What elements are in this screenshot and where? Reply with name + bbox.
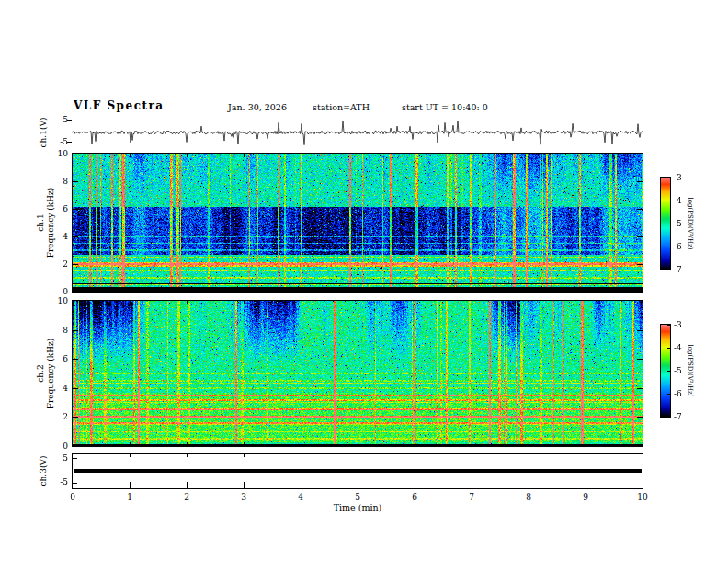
x-tick-mark (244, 154, 245, 157)
ch1-waveform-plot (72, 116, 643, 149)
x-tick-mark (187, 288, 188, 292)
y-tick-label: 5 (46, 454, 68, 463)
figure-title: VLF Spectra (74, 99, 165, 112)
x-tick-mark (472, 442, 472, 446)
x-axis-tick-mark (415, 454, 415, 457)
x-tick-mark (301, 442, 301, 446)
figure-date: Jan. 30, 2026 (228, 102, 287, 112)
x-tick-mark (529, 288, 529, 292)
x-axis-tick-mark (130, 482, 131, 488)
colorbar-tick-label: -4 (674, 196, 682, 205)
x-tick-label: 3 (234, 492, 253, 501)
x-axis-tick-mark (244, 454, 245, 457)
x-axis-tick-mark (529, 482, 529, 488)
colorbar-tick-mark (667, 371, 670, 372)
x-tick-mark (244, 288, 245, 292)
y-tick-mark (637, 264, 643, 265)
colorbar-tick-mark (667, 224, 670, 224)
y-tick-label: 10 (46, 149, 68, 158)
colorbar-tick-label: -7 (674, 412, 682, 421)
x-axis-tick-mark (586, 482, 586, 488)
y-tick-label: 2 (46, 259, 68, 269)
x-axis-tick-mark (358, 454, 358, 457)
colorbar-tick-mark (667, 394, 670, 395)
colorbar-tick-label: -7 (674, 265, 682, 274)
x-tick-mark (529, 154, 529, 157)
colorbar-tick-mark (667, 325, 670, 326)
y-tick-label: -5 (46, 137, 68, 146)
x-tick-mark (472, 154, 472, 157)
y-tick-label: 0 (46, 287, 68, 296)
x-tick-mark (130, 154, 131, 157)
colorbar-ch2-label: log(PSD)(V²/Hz) (687, 345, 694, 397)
y-tick-mark (73, 236, 78, 237)
ch3-flatline (74, 469, 642, 473)
x-axis-tick-mark (358, 482, 358, 488)
colorbar-tick-label: -5 (674, 219, 682, 228)
y-tick-mark (73, 264, 78, 265)
x-tick-mark (301, 301, 301, 304)
x-axis-tick-mark (187, 482, 188, 488)
x-tick-label: 6 (405, 492, 424, 501)
figure-station: station=ATH (313, 102, 370, 112)
colorbar-tick-mark (667, 348, 670, 349)
y-tick-mark (73, 359, 78, 360)
colorbar-tick-mark (667, 201, 670, 201)
y-tick-mark (73, 483, 77, 484)
x-tick-label: 10 (633, 492, 652, 501)
y-tick-label: 6 (46, 354, 68, 363)
x-tick-mark (358, 301, 358, 304)
x-axis-tick-mark (529, 454, 529, 457)
x-axis-tick-mark (130, 454, 131, 457)
x-axis-tick-mark (244, 482, 245, 488)
x-tick-mark (472, 301, 472, 304)
ch1-spectrogram-panel (72, 153, 643, 293)
figure-start-ut: start UT = 10:40: 0 (402, 102, 488, 112)
time-axis-label: Time (min) (334, 502, 382, 512)
ch1-frequency-axis-label: ch.1 Frequency (kHz) (36, 188, 56, 259)
x-tick-mark (586, 154, 586, 157)
x-axis-tick-mark (472, 454, 472, 457)
x-tick-mark (130, 288, 131, 292)
x-tick-mark (415, 301, 415, 304)
colorbar-tick-mark (667, 417, 670, 418)
x-tick-mark (301, 154, 301, 157)
y-tick-mark (637, 359, 643, 360)
x-axis-tick-mark (472, 482, 472, 488)
y-tick-label: 5 (46, 115, 68, 124)
x-tick-mark (586, 288, 586, 292)
y-tick-mark (73, 181, 78, 182)
x-tick-label: 4 (291, 492, 310, 501)
y-tick-mark (637, 209, 643, 210)
colorbar-tick-label: -6 (674, 242, 682, 251)
x-tick-mark (301, 288, 301, 292)
x-tick-mark (529, 301, 529, 304)
ch1-waveform-panel (72, 116, 643, 149)
x-tick-mark (529, 442, 529, 446)
ch1-frequency-axis-label-line1: ch.1 (36, 188, 46, 259)
x-tick-mark (358, 442, 358, 446)
ch2-spectrogram (73, 301, 643, 446)
x-tick-label: 9 (576, 492, 595, 501)
colorbar-tick-mark (667, 270, 670, 270)
colorbar-tick-mark (667, 178, 670, 178)
y-tick-label: 2 (46, 412, 68, 421)
y-tick-mark (637, 181, 643, 182)
x-tick-mark (358, 154, 358, 157)
x-axis-tick-mark (301, 454, 301, 457)
x-tick-mark (187, 301, 188, 304)
y-tick-label: 6 (46, 204, 68, 213)
y-tick-label: 10 (46, 296, 68, 305)
ch2-frequency-axis-label: ch.2 Frequency (kHz) (36, 339, 56, 409)
x-tick-label: 0 (63, 492, 82, 501)
colorbar-tick-mark (667, 247, 670, 247)
x-tick-label: 1 (120, 492, 139, 501)
x-tick-mark (472, 288, 472, 292)
x-axis-tick-mark (415, 482, 415, 488)
ch2-frequency-axis-label-line2: Frequency (kHz) (46, 339, 56, 409)
y-tick-mark (67, 120, 72, 121)
x-tick-mark (358, 288, 358, 292)
x-tick-mark (586, 301, 586, 304)
y-tick-mark (73, 209, 78, 210)
x-tick-mark (415, 288, 415, 292)
